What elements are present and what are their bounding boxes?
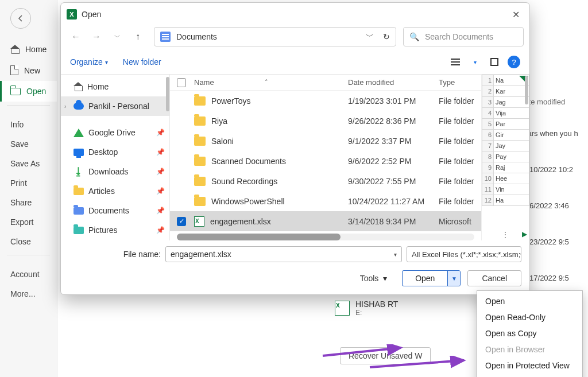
pin-icon[interactable]: 📌 [156, 207, 165, 215]
horizontal-scrollbar[interactable] [177, 234, 474, 240]
preview-pane-icon [490, 58, 498, 66]
new-folder-button[interactable]: New folder [123, 57, 161, 67]
open-dropdown-button[interactable]: ▼ [447, 271, 460, 286]
search-input[interactable]: 🔍 Search Documents [403, 27, 524, 46]
refresh-button[interactable]: ↻ [377, 32, 390, 41]
rail-item-save[interactable]: Save [10, 134, 57, 154]
file-name: engagement.xlsx [210, 217, 271, 226]
nav-up-button[interactable]: ↑ [129, 28, 147, 46]
search-placeholder: Search Documents [425, 32, 493, 41]
view-list-button[interactable] [448, 55, 463, 69]
pin-icon[interactable]: 📌 [156, 168, 165, 176]
file-filter-select[interactable]: All Excel Files (*.xl*;*.xlsx;*.xlsm; ▾ [407, 246, 521, 262]
rail-item-more[interactable]: More... [10, 284, 57, 304]
chevron-down-icon: ▾ [520, 251, 521, 258]
rail-item-account[interactable]: Account [10, 265, 57, 284]
file-date: 9/26/2022 8:36 PM [348, 116, 439, 126]
nav-forward-button: → [87, 28, 106, 46]
file-list[interactable]: Name ˄ Date modified Type PowerToys1/19/… [170, 75, 481, 240]
close-button[interactable]: ✕ [508, 6, 524, 22]
rail-item-share[interactable]: Share [10, 193, 57, 212]
recent-file-item[interactable]: HISHAB RT E: [335, 300, 398, 317]
dialog-title: Open [82, 10, 508, 19]
tree-item-pictures[interactable]: Pictures📌 [61, 220, 169, 240]
tree-scrollbar[interactable] [166, 77, 169, 111]
cancel-button[interactable]: Cancel [467, 270, 521, 286]
filter-value: All Excel Files (*.xl*;*.xlsx;*.xlsm; [412, 250, 520, 259]
rail-item-open[interactable]: Open [0, 81, 57, 102]
file-name: Riya [211, 116, 227, 126]
help-button[interactable]: ? [508, 56, 520, 68]
recent-file-path: E: [355, 309, 398, 317]
open-menu-item[interactable]: Open and Repair... [477, 374, 582, 377]
file-date: 9/6/2022 2:52 PM [348, 157, 439, 166]
open-menu-item[interactable]: Open [477, 293, 582, 309]
tree-label: Google Drive [88, 128, 136, 137]
file-date: 9/1/2022 3:37 PM [348, 137, 439, 146]
open-button[interactable]: Open [403, 271, 447, 286]
expander-icon[interactable]: › [64, 103, 66, 110]
open-menu-item[interactable]: Open Read-Only [477, 309, 582, 325]
open-folder-icon [10, 88, 21, 95]
rail-item-export[interactable]: Export [10, 212, 57, 232]
file-date: 10/24/2022 11:27 AM [348, 197, 439, 206]
file-row[interactable]: ✓engagement.xlsx3/14/2018 9:34 PMMicroso… [170, 211, 481, 231]
address-bar[interactable]: Documents ﹀ ↻ [154, 27, 396, 46]
view-dropdown-button[interactable]: ▾ [467, 55, 482, 69]
tree-item-home[interactable]: Home [61, 77, 169, 96]
pin-icon[interactable]: 📌 [156, 129, 165, 137]
nav-recent-button[interactable]: ﹀ [108, 28, 126, 46]
tree-item-documents[interactable]: Documents📌 [61, 201, 169, 220]
filename-input[interactable]: engagement.xlsx ▾ [165, 246, 402, 262]
chevron-down-icon[interactable]: ▾ [394, 251, 397, 258]
file-row[interactable]: WindowsPowerShell10/24/2022 11:27 AMFile… [170, 191, 481, 211]
rail-item-home[interactable]: Home [0, 39, 57, 60]
tree-item-personal[interactable]: ›Pankil - Personal [61, 96, 169, 116]
rail-item-print[interactable]: Print [10, 173, 57, 193]
pin-icon[interactable]: 📌 [156, 226, 165, 234]
search-icon: 🔍 [409, 32, 419, 41]
file-row[interactable]: Scanned Documents9/6/2022 2:52 PMFile fo… [170, 151, 481, 171]
file-row[interactable]: PowerToys1/19/2023 3:01 PMFile folder [170, 91, 481, 111]
onedrive-icon [74, 103, 84, 110]
tree-item-desktop[interactable]: Desktop📌 [61, 142, 169, 162]
folder-icon [194, 137, 206, 146]
rail-item-saveas[interactable]: Save As [10, 154, 57, 173]
tree-item-gdrive[interactable]: Google Drive📌 [61, 123, 169, 142]
pin-icon[interactable]: 📌 [156, 187, 165, 195]
svg-line-0 [323, 348, 401, 356]
preview-pane-button[interactable] [487, 55, 502, 69]
open-menu-item[interactable]: Open in Protected View [477, 357, 582, 374]
file-row[interactable]: Riya9/26/2022 8:36 PMFile folder [170, 111, 481, 131]
excel-icon: X [67, 9, 77, 20]
breadcrumb-current[interactable]: Documents [176, 32, 217, 41]
col-header-name[interactable]: Name ˄ [194, 78, 348, 87]
rail-item-info[interactable]: Info [10, 115, 57, 134]
folder-icon [194, 197, 206, 206]
preview-scrollbar[interactable] [521, 76, 529, 228]
tree-item-articles[interactable]: Articles📌 [61, 181, 169, 201]
select-all-checkbox[interactable] [177, 78, 186, 87]
titlebar: X Open ✕ [61, 3, 529, 24]
tree-label: Articles [88, 186, 115, 196]
nav-back-button[interactable]: ← [67, 28, 85, 46]
file-row[interactable]: Sound Recordings9/30/2022 7:55 PMFile fo… [170, 171, 481, 191]
back-button[interactable] [10, 8, 31, 29]
tools-button[interactable]: Tools ▾ [360, 274, 387, 283]
file-row[interactable]: Saloni9/1/2022 3:37 PMFile folder [170, 131, 481, 151]
col-header-date[interactable]: Date modified [348, 78, 439, 87]
organize-button[interactable]: Organize ▾ [70, 57, 108, 67]
tree-item-downloads[interactable]: ⭳Downloads📌 [61, 162, 169, 181]
col-header-type[interactable]: Type [439, 78, 481, 87]
rail-label: Home [25, 45, 47, 54]
rail-item-new[interactable]: New [0, 60, 57, 81]
pin-icon[interactable]: 📌 [156, 148, 165, 156]
rail-item-close[interactable]: Close [10, 232, 57, 251]
row-checkbox[interactable]: ✓ [177, 217, 186, 226]
chevron-down-icon[interactable]: ﹀ [362, 32, 377, 42]
backstage-rail: Home New Open Info Save Save As Print Sh… [0, 0, 57, 377]
preview-next-icon[interactable]: ▶ [522, 230, 527, 238]
open-menu-item[interactable]: Open as Copy [477, 325, 582, 341]
preview-ellipsis-icon[interactable]: ⋮ [501, 230, 510, 239]
nav-tree[interactable]: Home ›Pankil - Personal Google Drive📌 De… [61, 75, 170, 240]
